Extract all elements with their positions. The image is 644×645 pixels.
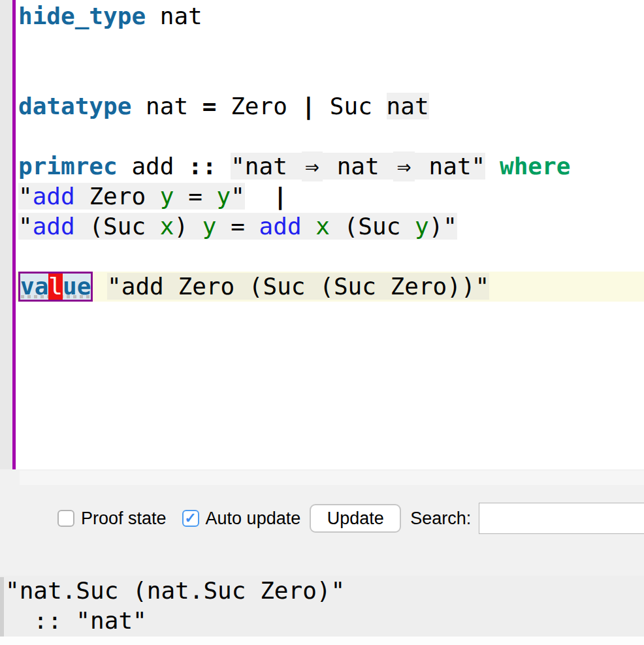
code-line: "add Zero y = y" | xyxy=(16,181,644,212)
output-line: :: "nat" xyxy=(5,606,345,636)
output-result-text: "nat.Suc (nat.Suc Zero)" :: "nat" xyxy=(5,576,345,636)
code-token: where xyxy=(500,153,570,180)
code-token: nat xyxy=(387,93,429,119)
code-line: primrec add :: "nat ⇒ nat ⇒ nat" where xyxy=(16,151,644,181)
code-token: add xyxy=(118,153,188,180)
code-token: (Suc xyxy=(75,213,160,240)
code-token: " xyxy=(18,183,33,210)
code-token: nat xyxy=(146,3,202,29)
code-token: y xyxy=(415,213,429,240)
code-token xyxy=(302,213,316,240)
output-text-area[interactable]: "nat.Suc (nat.Suc Zero)" :: "nat" xyxy=(0,576,644,637)
code-token: ) xyxy=(174,213,202,240)
code-token: ⇒ xyxy=(393,151,415,181)
output-line: "nat.Suc (nat.Suc Zero)" xyxy=(5,576,345,606)
code-token: (Suc xyxy=(330,213,415,240)
code-token: | xyxy=(302,93,316,119)
output-dockable-panel: Proof state ✓ Auto update Update Search:… xyxy=(0,469,644,645)
code-token: x xyxy=(160,213,174,240)
panel-header-strip xyxy=(20,471,644,485)
code-line xyxy=(16,121,644,151)
auto-update-checkbox[interactable]: ✓ xyxy=(182,510,199,527)
code-token: "add Zero (Suc (Suc Zero))" xyxy=(107,273,489,300)
update-button[interactable]: Update xyxy=(310,504,401,533)
keyword-text: va xyxy=(20,273,48,300)
code-token: datatype xyxy=(18,93,131,119)
proof-state-label: Proof state xyxy=(81,509,167,529)
code-token xyxy=(485,153,500,180)
output-scrollbar[interactable] xyxy=(0,577,4,637)
code-token xyxy=(93,273,107,300)
code-token: add xyxy=(33,183,75,210)
proof-state-checkbox[interactable] xyxy=(57,510,74,527)
output-controls-row: Proof state ✓ Auto update Update Search: xyxy=(57,503,644,534)
code-token: x xyxy=(315,213,330,240)
code-token: )" xyxy=(429,213,457,240)
code-token: Suc xyxy=(315,93,386,119)
code-token: primrec xyxy=(18,153,118,180)
code-token: nat xyxy=(323,153,393,180)
editor-gutter xyxy=(0,0,12,469)
code-token xyxy=(245,183,273,210)
code-line xyxy=(16,31,644,61)
code-token: hide_type xyxy=(18,3,146,29)
theory-source-code: hide_type natdatatype nat = Zero | Suc n… xyxy=(16,1,644,302)
code-token: = xyxy=(174,183,216,210)
code-token: add xyxy=(33,213,75,240)
code-line: datatype nat = Zero | Suc nat xyxy=(16,91,644,121)
code-token: nat xyxy=(131,93,202,119)
code-token: " xyxy=(231,183,245,210)
code-token: y xyxy=(202,213,217,240)
code-line: "add (Suc x) y = add x (Suc y)" xyxy=(16,212,644,242)
code-token: ⇒ xyxy=(302,151,323,181)
code-token xyxy=(216,153,231,180)
text-caret: l xyxy=(48,274,63,300)
code-token: | xyxy=(273,183,287,210)
theory-editor-textarea[interactable]: hide_type natdatatype nat = Zero | Suc n… xyxy=(0,0,644,469)
code-line xyxy=(16,61,644,91)
check-icon: ✓ xyxy=(184,511,196,526)
code-token: Zero xyxy=(75,183,160,210)
code-token: y xyxy=(160,183,174,210)
value-keyword-selection-box[interactable]: value xyxy=(18,272,93,302)
code-token: = xyxy=(202,93,217,119)
auto-update-label: Auto update xyxy=(206,509,301,529)
code-line: hide_type nat xyxy=(16,1,644,31)
code-token: :: xyxy=(188,153,216,180)
code-token: = xyxy=(217,213,259,240)
code-token: "nat xyxy=(231,153,301,180)
code-token: Zero xyxy=(216,93,301,119)
code-token: " xyxy=(18,213,33,240)
code-token: nat" xyxy=(415,153,485,180)
code-line xyxy=(16,242,644,272)
code-line: value "add Zero (Suc (Suc Zero))" xyxy=(16,272,644,302)
search-input[interactable] xyxy=(479,503,644,534)
search-label: Search: xyxy=(410,509,471,529)
panel-bottom-strip xyxy=(0,637,644,645)
keyword-text: ue xyxy=(63,273,91,300)
code-token: add xyxy=(259,213,302,240)
code-token: y xyxy=(216,183,231,210)
